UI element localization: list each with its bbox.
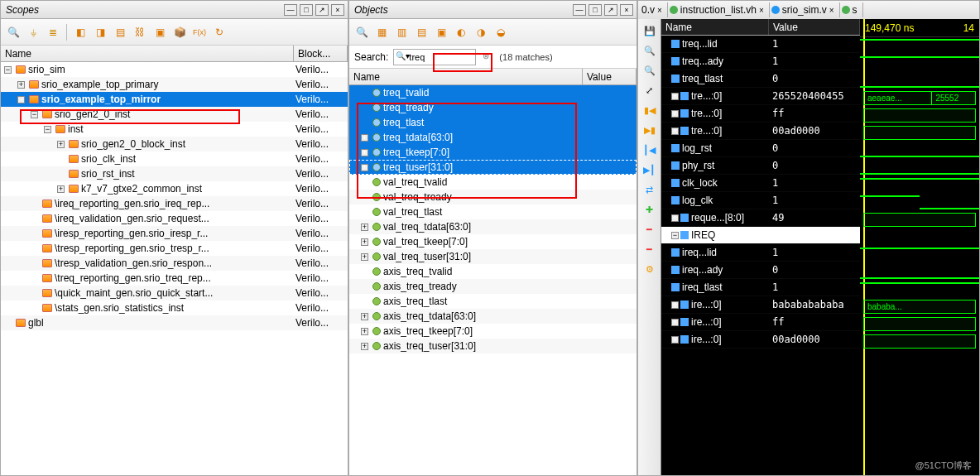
close-button[interactable]: × (331, 4, 344, 16)
list-item[interactable]: val_treq_tlast (349, 204, 637, 219)
hierarchy-icon[interactable]: ≣ (44, 23, 62, 41)
signal-row[interactable]: +ire...:0]00ad0000 (661, 331, 860, 349)
tool-cube1-icon[interactable]: ◧ (71, 23, 89, 41)
expander[interactable]: + (361, 343, 368, 350)
wave-canvas[interactable]: 149,470 ns 14 aeaeae...25552bababa... (860, 19, 979, 475)
list-item[interactable]: +treq_tuser[31:0] (349, 160, 637, 175)
signal-row[interactable]: +ire...:0]babababababa (661, 296, 860, 314)
tab[interactable]: instruction_list.vh× (668, 2, 770, 17)
filter-icon[interactable]: ⏚ (24, 23, 42, 41)
list-item[interactable]: axis_treq_tvalid (349, 264, 637, 279)
signal-row[interactable]: −IREQ (661, 227, 860, 244)
tool-block-icon[interactable]: ▣ (151, 23, 169, 41)
tree-row[interactable]: srio_clk_instVerilo... (1, 151, 348, 166)
obj-tool3-icon[interactable]: ▤ (412, 23, 430, 41)
obj-tool4-icon[interactable]: ▣ (432, 23, 450, 41)
signal-row[interactable]: treq_tlast0 (661, 70, 860, 88)
zoom-in-icon[interactable]: 🔍 (641, 42, 658, 59)
signal-row[interactable]: log_clk1 (661, 192, 860, 209)
block-header[interactable]: Block... (294, 46, 348, 61)
tree-row[interactable]: \treq_reporting_gen.srio_treq_rep...Veri… (1, 271, 348, 286)
minimize-button[interactable]: — (573, 4, 586, 16)
search-icon[interactable]: 🔍 (4, 23, 22, 41)
tree-row[interactable]: \stats_gen.srio_statistics_instVerilo... (1, 301, 348, 315)
list-item[interactable]: val_treq_tvalid (349, 175, 637, 190)
save-icon[interactable]: 💾 (641, 22, 658, 39)
signal-row[interactable]: +reque...[8:0]49 (661, 209, 860, 227)
close-icon[interactable]: × (759, 6, 764, 15)
tree-row[interactable]: −srio_simVerilo... (1, 62, 348, 77)
tree-row[interactable]: \tresp_validation_gen.srio_respon...Veri… (1, 256, 348, 271)
tab[interactable]: srio_sim.v× (770, 2, 840, 17)
tool-pkg-icon[interactable]: 📦 (171, 23, 189, 41)
minimize-button[interactable]: — (284, 4, 297, 16)
scopes-tree[interactable]: −srio_simVerilo...+srio_example_top_prim… (1, 62, 348, 475)
expander[interactable]: + (57, 141, 65, 148)
obj-tool5-icon[interactable]: ◐ (452, 23, 470, 41)
tree-row[interactable]: +srio_example_top_primaryVerilo... (1, 77, 348, 92)
expander[interactable]: − (31, 111, 38, 118)
expander[interactable]: + (671, 319, 679, 326)
signal-row[interactable]: treq...ady1 (661, 53, 860, 70)
list-item[interactable]: treq_tvalid (349, 85, 637, 100)
tree-row[interactable]: −instVerilo... (1, 122, 348, 137)
add-icon[interactable]: ✚ (641, 201, 658, 218)
signal-row[interactable]: phy_rst0 (661, 157, 860, 175)
expander[interactable]: + (361, 328, 368, 335)
tool-link-icon[interactable]: ⛓ (131, 23, 149, 41)
expander[interactable]: − (671, 232, 679, 239)
popout-button[interactable]: ↗ (315, 4, 329, 16)
close-icon[interactable]: × (829, 6, 834, 15)
next-edge-icon[interactable]: ▶▮ (641, 122, 658, 138)
list-item[interactable]: +val_treq_tdata[63:0] (349, 219, 637, 234)
tree-row[interactable]: −srio_gen2_0_instVerilo... (1, 107, 348, 122)
signal-row[interactable]: treq...lid1 (661, 36, 860, 53)
name-header[interactable]: Name (349, 69, 583, 84)
obj-tool2-icon[interactable]: ▥ (392, 23, 411, 41)
tab[interactable]: 0.v× (640, 2, 668, 17)
tree-row[interactable]: srio_rst_instVerilo... (1, 166, 348, 181)
tree-row[interactable]: glblVerilo... (1, 315, 348, 330)
list-item[interactable]: val_treq_tready (349, 190, 637, 204)
tool-refresh-icon[interactable]: ↻ (210, 23, 228, 41)
tree-row[interactable]: +srio_gen2_0_block_instVerilo... (1, 137, 348, 151)
expander[interactable]: + (361, 134, 368, 142)
list-item[interactable]: treq_tlast (349, 115, 637, 130)
maximize-button[interactable]: □ (588, 4, 602, 16)
prev-edge-icon[interactable]: ▮◀ (641, 102, 658, 118)
list-item[interactable]: +axis_treq_tdata[63:0] (349, 309, 637, 324)
list-item[interactable]: +treq_tkeep[7:0] (349, 145, 637, 160)
expander[interactable]: + (671, 110, 679, 118)
popout-button[interactable]: ↗ (604, 4, 617, 16)
tree-row[interactable]: \iresp_reporting_gen.srio_iresp_r...Veri… (1, 226, 348, 241)
obj-tool6-icon[interactable]: ◑ (472, 23, 490, 41)
divider-icon[interactable]: ━ (641, 241, 658, 257)
list-item[interactable]: +val_treq_tkeep[7:0] (349, 234, 637, 249)
tool-doc-icon[interactable]: ▤ (111, 23, 129, 41)
expander[interactable]: + (671, 301, 679, 309)
signal-row[interactable]: +tre...:0]265520400455 (661, 88, 860, 105)
objects-tree[interactable]: treq_tvalidtreq_treadytreq_tlast+treq_td… (349, 85, 637, 475)
expander[interactable]: + (57, 185, 65, 193)
name-header[interactable]: Name (1, 46, 294, 61)
obj-tool7-icon[interactable]: ◒ (492, 23, 510, 41)
expander[interactable]: + (361, 224, 368, 231)
search-icon[interactable]: 🔍 (353, 23, 371, 41)
tree-row[interactable]: \ireq_reporting_gen.srio_ireq_rep...Veri… (1, 196, 348, 211)
expander[interactable]: + (361, 149, 368, 156)
signal-row[interactable]: ireq...ady0 (661, 262, 860, 279)
signal-row[interactable]: ireq_tlast1 (661, 279, 860, 296)
list-item[interactable]: +axis_treq_tkeep[7:0] (349, 324, 637, 339)
clear-search-icon[interactable]: ⊗ (483, 51, 489, 60)
tree-row[interactable]: +k7_v7_gtxe2_common_instVerilo... (1, 181, 348, 196)
config-icon[interactable]: ⚙ (641, 261, 658, 277)
wave-value-header[interactable]: Value (769, 19, 860, 35)
signal-row[interactable]: log_rst0 (661, 140, 860, 157)
tree-row[interactable]: \tresp_reporting_gen.srio_tresp_r...Veri… (1, 241, 348, 256)
tab[interactable]: s (840, 2, 863, 17)
expander[interactable]: − (17, 96, 25, 103)
list-item[interactable]: +val_treq_tuser[31:0] (349, 249, 637, 264)
list-item[interactable]: +treq_tdata[63:0] (349, 130, 637, 145)
zoom-out-icon[interactable]: 🔍 (641, 62, 658, 79)
tree-row[interactable]: \ireq_validation_gen.srio_request...Veri… (1, 211, 348, 226)
